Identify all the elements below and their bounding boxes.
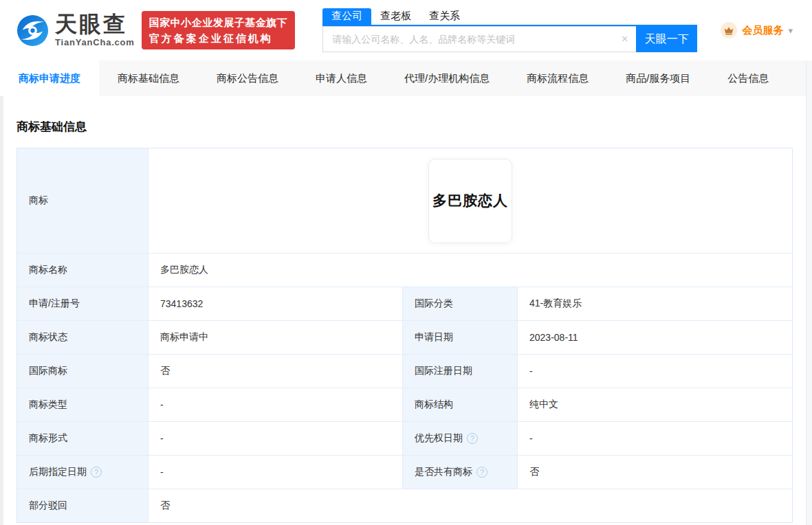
scrollbar[interactable] bbox=[806, 60, 812, 525]
field-value: 纯中文 bbox=[517, 388, 792, 421]
field-value: - bbox=[148, 422, 402, 455]
field-value: 2023-08-11 bbox=[517, 321, 792, 354]
tab-goods-services[interactable]: 商品/服务项目 bbox=[607, 60, 709, 96]
trademark-table: 商标 多巴胺恋人 商标名称 多巴胺恋人 申请/注册号 73413632 国际分类… bbox=[17, 148, 793, 523]
field-label: 是否共有商标 ? bbox=[402, 456, 517, 489]
official-badge: 国家中小企业发展子基金旗下 官方备案企业征信机构 bbox=[142, 11, 296, 50]
help-icon[interactable]: ? bbox=[476, 467, 487, 478]
field-label: 国际注册日期 bbox=[402, 355, 517, 388]
field-value: 否 bbox=[148, 489, 792, 522]
badge-line2: 官方备案企业征信机构 bbox=[149, 30, 288, 46]
clear-search-icon[interactable]: × bbox=[622, 34, 628, 45]
tab-agency-info[interactable]: 代理/办理机构信息 bbox=[386, 60, 508, 96]
tab-applicant-info[interactable]: 申请人信息 bbox=[297, 60, 386, 96]
help-icon[interactable]: ? bbox=[467, 433, 478, 444]
search-tab-relation[interactable]: 查关系 bbox=[420, 8, 469, 25]
chevron-down-icon: ▾ bbox=[788, 25, 793, 36]
field-label: 商标结构 bbox=[402, 388, 517, 421]
search-tabs: 查公司 查老板 查关系 bbox=[322, 8, 697, 26]
field-label: 商标名称 bbox=[17, 254, 148, 287]
brand-domain: TianYanCha.com bbox=[55, 37, 135, 47]
search-bar: × 天眼一下 bbox=[322, 26, 697, 52]
search-input[interactable] bbox=[322, 26, 636, 52]
logo-text: 天眼查 TianYanCha.com bbox=[55, 13, 135, 47]
field-value: 否 bbox=[148, 355, 402, 388]
trademark-image-text: 多巴胺恋人 bbox=[432, 191, 508, 210]
field-value: 73413632 bbox=[148, 287, 402, 320]
field-label: 商标类型 bbox=[17, 388, 148, 421]
crown-icon bbox=[721, 22, 737, 38]
table-row: 商标名称 多巴胺恋人 bbox=[17, 253, 792, 287]
search-input-wrap: × bbox=[322, 26, 636, 52]
table-row: 部分驳回 否 bbox=[17, 489, 792, 522]
search-block: 查公司 查老板 查关系 × 天眼一下 bbox=[322, 8, 697, 52]
field-label: 国际商标 bbox=[17, 355, 148, 388]
field-label: 商标状态 bbox=[17, 321, 148, 354]
table-row: 商标形式 - 优先权日期 ? - bbox=[17, 421, 792, 455]
field-label: 申请日期 bbox=[402, 321, 517, 354]
field-label-text: 优先权日期 bbox=[415, 432, 463, 445]
tab-trademark-announcement[interactable]: 商标公告信息 bbox=[198, 60, 297, 96]
field-value: - bbox=[148, 456, 402, 489]
search-tab-company[interactable]: 查公司 bbox=[322, 8, 371, 25]
search-tab-boss[interactable]: 查老板 bbox=[371, 8, 420, 25]
table-row: 商标类型 - 商标结构 纯中文 bbox=[17, 388, 792, 421]
member-label: 会员服务 bbox=[742, 24, 783, 37]
badge-line1: 国家中小企业发展子基金旗下 bbox=[149, 14, 288, 30]
trademark-image[interactable]: 多巴胺恋人 bbox=[428, 159, 512, 243]
page-left-edge bbox=[0, 96, 3, 525]
tab-trademark-process[interactable]: 商标流程信息 bbox=[508, 60, 607, 96]
table-row: 国际商标 否 国际注册日期 - bbox=[17, 354, 792, 388]
field-value: 41-教育娱乐 bbox=[517, 287, 792, 320]
site-header: 天眼查 TianYanCha.com 国家中小企业发展子基金旗下 官方备案企业征… bbox=[0, 0, 812, 60]
field-value: 多巴胺恋人 bbox=[148, 148, 792, 253]
table-row: 商标状态 商标申请中 申请日期 2023-08-11 bbox=[17, 320, 792, 354]
tianyancha-logo[interactable]: 天眼查 TianYanCha.com bbox=[17, 13, 135, 47]
section-title: 商标基础信息 bbox=[17, 119, 795, 135]
brand-name: 天眼查 bbox=[55, 13, 135, 35]
field-value: 多巴胺恋人 bbox=[148, 254, 792, 287]
tab-announcement-info[interactable]: 公告信息 bbox=[709, 60, 787, 96]
tab-trademark-basic-info[interactable]: 商标基础信息 bbox=[99, 60, 198, 96]
field-label: 申请/注册号 bbox=[17, 287, 148, 320]
field-label: 后期指定日期 ? bbox=[17, 456, 148, 489]
tianyancha-logo-icon bbox=[17, 14, 49, 47]
field-value: - bbox=[517, 422, 792, 455]
detail-nav: 商标申请进度 商标基础信息 商标公告信息 申请人信息 代理/办理机构信息 商标流… bbox=[0, 60, 812, 96]
field-label: 商标 bbox=[17, 148, 148, 253]
table-row: 申请/注册号 73413632 国际分类 41-教育娱乐 bbox=[17, 287, 792, 320]
table-row: 后期指定日期 ? - 是否共有商标 ? 否 bbox=[17, 455, 792, 489]
help-icon[interactable]: ? bbox=[91, 467, 102, 478]
main-content: 商标基础信息 商标 多巴胺恋人 商标名称 多巴胺恋人 申请/注册号 734136… bbox=[0, 96, 812, 523]
field-value: - bbox=[148, 388, 402, 421]
search-button[interactable]: 天眼一下 bbox=[636, 26, 697, 52]
field-label-text: 是否共有商标 bbox=[415, 466, 472, 478]
member-services[interactable]: 会员服务 ▾ bbox=[721, 22, 793, 38]
field-label: 部分驳回 bbox=[17, 489, 148, 522]
page: 天眼查 TianYanCha.com 国家中小企业发展子基金旗下 官方备案企业征… bbox=[0, 0, 812, 525]
field-label: 国际分类 bbox=[402, 287, 517, 320]
field-value: 否 bbox=[517, 456, 792, 489]
field-value: - bbox=[517, 355, 792, 388]
tab-trademark-progress[interactable]: 商标申请进度 bbox=[0, 60, 99, 96]
field-label: 商标形式 bbox=[17, 422, 148, 455]
field-label: 优先权日期 ? bbox=[402, 422, 517, 455]
field-value: 商标申请中 bbox=[148, 321, 402, 354]
field-label-text: 后期指定日期 bbox=[29, 466, 87, 478]
table-row: 商标 多巴胺恋人 bbox=[17, 148, 792, 253]
